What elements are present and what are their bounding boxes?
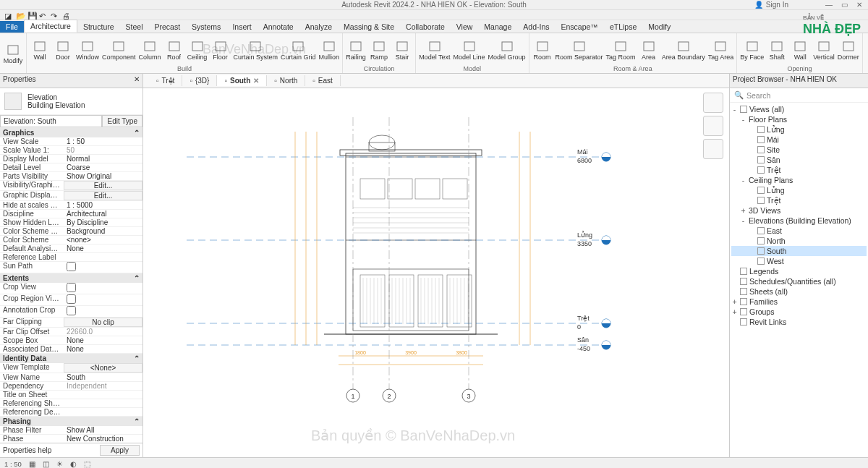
area-button[interactable]: Area	[639, 40, 659, 61]
vert-button[interactable]: Vertical	[813, 40, 835, 61]
tree-node-families[interactable]: +Families	[731, 297, 867, 307]
tree-node-groups[interactable]: +Groups	[731, 307, 867, 317]
redo-icon[interactable]: ↷	[51, 12, 58, 19]
prop-value[interactable]: New Construction	[64, 435, 142, 443]
prop-group-identitydata[interactable]: Identity Data⌃	[0, 354, 142, 363]
undo-icon[interactable]: ↶	[39, 12, 46, 19]
ribbon-tab-annotate[interactable]: Annotate	[258, 21, 299, 33]
areabnd-button[interactable]: Area Boundary	[662, 40, 705, 61]
prop-value[interactable]: 1 : 50	[64, 137, 142, 145]
byface-button[interactable]: By Face	[740, 40, 764, 61]
prop-value[interactable]	[64, 294, 142, 305]
revit-icon[interactable]: ◪	[4, 12, 12, 19]
column-button[interactable]: Column	[139, 40, 161, 61]
shaft-button[interactable]: Shaft	[767, 40, 787, 61]
scale-display[interactable]: 1 : 50	[4, 460, 22, 468]
expand-icon[interactable]: +	[740, 206, 746, 215]
drawing-canvas[interactable]: Mái6800Lửng3350Trệt0Sân-4501800390038001…	[143, 88, 729, 457]
ribbon-tab-collaborate[interactable]: Collaborate	[400, 21, 451, 33]
tree-node-sheetsall[interactable]: Sheets (all)	[731, 286, 867, 297]
prop-value[interactable]	[64, 253, 142, 261]
ribbon-tab-addins[interactable]: Add-Ins	[517, 21, 555, 33]
close-tab-icon[interactable]: ✕	[253, 77, 259, 85]
prop-value[interactable]	[64, 262, 142, 273]
prop-value[interactable]: Coarse	[64, 163, 142, 171]
ribbon-tab-steel[interactable]: Steel	[120, 21, 149, 33]
ribbon-tab-precast[interactable]: Precast	[149, 21, 187, 33]
detail-level-icon[interactable]: ▦	[29, 460, 35, 468]
prop-value[interactable]	[64, 283, 142, 294]
prop-value[interactable]	[64, 391, 142, 399]
crop-icon[interactable]: ⬚	[84, 460, 90, 468]
curtgrid-button[interactable]: Curtain Grid	[281, 40, 316, 61]
tree-node-site[interactable]: Site	[731, 145, 867, 155]
tree-node-ceilingplans[interactable]: -Ceiling Plans	[731, 175, 867, 185]
tree-node-trt[interactable]: Trệt	[731, 195, 867, 205]
prop-value[interactable]: Architectural	[64, 210, 142, 218]
view-tab-south[interactable]: ▫South✕	[217, 75, 267, 86]
ribbon-tab-view[interactable]: View	[451, 21, 479, 33]
prop-value[interactable]: South	[64, 373, 142, 381]
signin[interactable]: 👤 Sign In	[754, 1, 788, 9]
tree-node-mi[interactable]: Mái	[731, 135, 867, 145]
prop-value[interactable]: None	[64, 345, 142, 353]
browser-search[interactable]: 🔍 Search	[730, 88, 868, 103]
nav-home-icon[interactable]	[703, 93, 723, 113]
prop-value[interactable]	[64, 306, 142, 317]
tree-node-west[interactable]: West	[731, 256, 867, 266]
component-button[interactable]: Component	[102, 40, 136, 61]
prop-checkbox[interactable]	[67, 283, 76, 292]
tree-node-sn[interactable]: Sân	[731, 155, 867, 165]
prop-checkbox[interactable]	[67, 262, 76, 271]
ribbon-tab-manage[interactable]: Manage	[478, 21, 517, 33]
view-tab-north[interactable]: ▫North	[267, 75, 305, 86]
prop-value[interactable]: <none>	[64, 236, 142, 244]
expand-icon[interactable]: +	[731, 297, 738, 306]
shadows-icon[interactable]: ◐	[70, 460, 77, 468]
mtext-button[interactable]: Model Text	[419, 40, 450, 61]
prop-group-extents[interactable]: Extents⌃	[0, 273, 142, 283]
prop-value[interactable]: Background	[64, 227, 142, 235]
tree-node-floorplans[interactable]: -Floor Plans	[731, 114, 867, 124]
prop-value[interactable]: Show All	[64, 426, 142, 434]
properties-help[interactable]: Properties help	[3, 446, 51, 454]
ceiling-button[interactable]: Ceiling	[187, 40, 208, 61]
expand-icon[interactable]: -	[740, 216, 746, 225]
owall-button[interactable]: Wall	[790, 40, 810, 61]
nav-wheel-icon[interactable]	[703, 139, 723, 159]
edit-type-button[interactable]: Edit Type	[102, 115, 142, 127]
prop-value[interactable]: Show Original	[64, 172, 142, 180]
prop-checkbox[interactable]	[67, 294, 76, 304]
ribbon-tab-architecture[interactable]: Architecture	[24, 20, 77, 33]
prop-value[interactable]: 1 : 5000	[64, 201, 142, 209]
maximize-button[interactable]: ▭	[841, 1, 848, 9]
wall-button[interactable]: Wall	[30, 40, 50, 61]
close-button[interactable]: ✕	[856, 1, 862, 9]
visual-style-icon[interactable]: ◫	[43, 460, 49, 468]
tagarea-button[interactable]: Tag Area	[708, 40, 734, 61]
tree-node-lng[interactable]: Lửng	[731, 124, 867, 135]
tree-node-viewsall[interactable]: -Views (all)	[731, 104, 867, 114]
apply-button[interactable]: Apply	[100, 445, 140, 456]
expand-icon[interactable]: -	[731, 105, 738, 114]
type-selector[interactable]: Elevation: South	[0, 115, 102, 127]
mullion-button[interactable]: Mullion	[319, 40, 340, 61]
tree-node-revitlinks[interactable]: Revit Links	[731, 317, 867, 327]
prop-value[interactable]: <None>	[64, 363, 142, 373]
nav-cube-icon[interactable]	[703, 116, 723, 136]
close-panel-icon[interactable]: ✕	[134, 75, 140, 86]
expand-icon[interactable]: -	[740, 176, 746, 184]
tree-node-trt[interactable]: Trệt	[731, 165, 867, 175]
ribbon-tab-modify[interactable]: Modify	[642, 21, 676, 33]
view-tab-3d[interactable]: ▫{3D}	[182, 75, 217, 86]
ribbon-tab-massingsite[interactable]: Massing & Site	[338, 21, 400, 33]
rail-button[interactable]: Railing	[346, 40, 366, 61]
roof-button[interactable]: Roof	[164, 40, 184, 61]
print-icon[interactable]: 🖨	[62, 12, 69, 19]
save-icon[interactable]: 💾	[27, 12, 35, 19]
prop-value[interactable]: No clip	[64, 318, 142, 327]
tagroom-button[interactable]: Tag Room	[606, 40, 636, 61]
view-tab-east[interactable]: ▫East	[305, 75, 341, 86]
view-tab-trt[interactable]: ▫Trệt	[149, 75, 182, 86]
ribbon-tab-enscape[interactable]: Enscape™	[556, 21, 604, 33]
